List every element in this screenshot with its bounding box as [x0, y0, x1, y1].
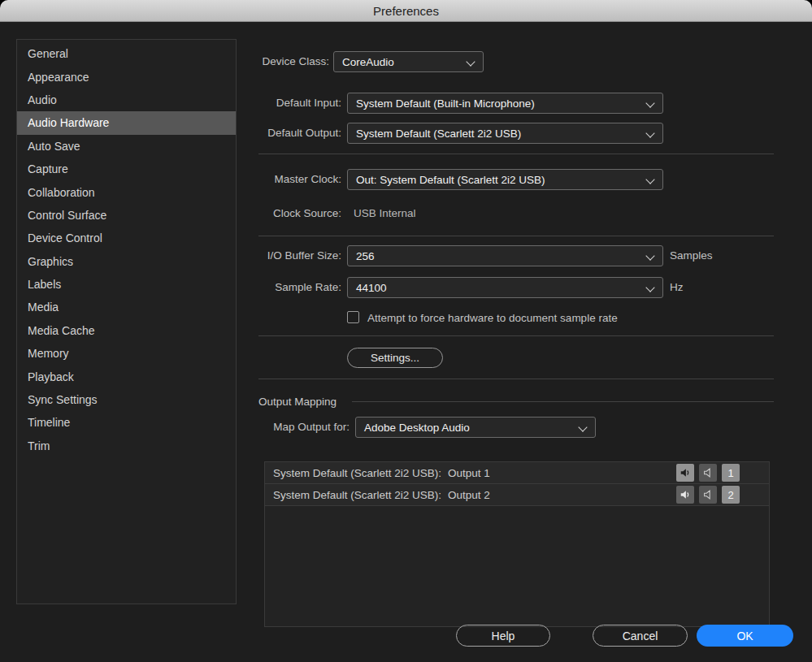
channel-badge[interactable]: 2	[722, 486, 740, 504]
titlebar[interactable]: Preferences	[0, 0, 812, 22]
sample-rate-unit: Hz	[670, 281, 684, 293]
mapping-output-label: Output 2	[448, 489, 490, 501]
map-output-for-select[interactable]: Adobe Desktop Audio	[355, 417, 596, 438]
channel-badge[interactable]: 1	[722, 464, 740, 482]
io-buffer-unit: Samples	[670, 249, 713, 262]
chevron-down-icon	[645, 128, 654, 137]
device-class-select[interactable]: CoreAudio	[333, 51, 484, 72]
default-output-label: Default Output:	[228, 127, 341, 139]
sidebar-item-appearance[interactable]: Appearance	[17, 65, 236, 88]
sidebar-item-trim[interactable]: Trim	[17, 435, 236, 457]
output-mapping-box: System Default (Scarlett 2i2 USB): Outpu…	[264, 461, 770, 627]
default-output-value: System Default (Scarlett 2i2 USB)	[356, 128, 521, 140]
divider	[258, 154, 774, 154]
sidebar-item-sync-settings[interactable]: Sync Settings	[17, 388, 236, 411]
io-buffer-value: 256	[356, 250, 375, 262]
chevron-down-icon	[645, 98, 654, 107]
default-input-label: Default Input:	[228, 97, 341, 109]
sidebar-item-device-control[interactable]: Device Control	[17, 227, 236, 249]
settings-button[interactable]: Settings...	[347, 348, 443, 368]
chevron-down-icon	[645, 175, 654, 184]
master-clock-value: Out: System Default (Scarlett 2i2 USB)	[356, 174, 545, 186]
help-button[interactable]: Help	[456, 625, 550, 647]
speaker-icon[interactable]	[676, 486, 694, 504]
divider	[258, 335, 774, 336]
sidebar-item-memory[interactable]: Memory	[17, 342, 236, 365]
sidebar-item-playback[interactable]: Playback	[17, 365, 236, 387]
sidebar-item-capture[interactable]: Capture	[17, 158, 236, 180]
io-buffer-label: I/O Buffer Size:	[228, 249, 341, 262]
sidebar-item-media-cache[interactable]: Media Cache	[17, 319, 236, 342]
ok-button[interactable]: OK	[697, 625, 793, 647]
device-class-label: Device Class:	[219, 55, 329, 67]
speaker-outline-icon[interactable]	[699, 486, 717, 504]
divider	[258, 236, 774, 236]
master-clock-select[interactable]: Out: System Default (Scarlett 2i2 USB)	[347, 169, 663, 190]
map-output-for-label: Map Output for:	[236, 421, 350, 433]
sample-rate-select[interactable]: 44100	[347, 277, 663, 298]
sidebar: General Appearance Audio Audio Hardware …	[16, 39, 237, 604]
sidebar-item-general[interactable]: General	[17, 42, 236, 65]
clock-source-label: Clock Source:	[228, 207, 341, 219]
speaker-outline-icon[interactable]	[699, 464, 717, 482]
default-input-select[interactable]: System Default (Built-in Microphone)	[347, 93, 663, 114]
sidebar-item-graphics[interactable]: Graphics	[17, 250, 236, 273]
cancel-button[interactable]: Cancel	[593, 625, 688, 647]
window-title: Preferences	[373, 4, 439, 18]
default-output-select[interactable]: System Default (Scarlett 2i2 USB)	[347, 123, 663, 144]
clock-source-value: USB Internal	[354, 207, 416, 219]
speaker-icon[interactable]	[676, 464, 694, 482]
mapping-device-label: System Default (Scarlett 2i2 USB):	[273, 489, 441, 501]
chevron-down-icon	[645, 251, 654, 260]
device-class-value: CoreAudio	[342, 56, 394, 68]
output-mapping-row: System Default (Scarlett 2i2 USB): Outpu…	[265, 462, 769, 484]
chevron-down-icon	[466, 57, 475, 66]
output-mapping-title: Output Mapping	[258, 396, 337, 408]
sidebar-item-collaboration[interactable]: Collaboration	[17, 180, 236, 203]
mapping-device-label: System Default (Scarlett 2i2 USB):	[273, 467, 441, 479]
preferences-window: Preferences General Appearance Audio Aud…	[0, 0, 812, 662]
sidebar-item-timeline[interactable]: Timeline	[17, 411, 236, 434]
sample-rate-label: Sample Rate:	[228, 281, 341, 293]
chevron-down-icon	[578, 422, 587, 431]
sidebar-item-control-surface[interactable]: Control Surface	[17, 204, 236, 227]
chevron-down-icon	[645, 283, 654, 292]
sidebar-item-media[interactable]: Media	[17, 296, 236, 318]
io-buffer-select[interactable]: 256	[347, 245, 663, 266]
force-sample-rate-label: Attempt to force hardware to document sa…	[367, 312, 618, 324]
mapping-output-label: Output 1	[448, 467, 490, 479]
divider	[352, 401, 774, 402]
map-output-for-value: Adobe Desktop Audio	[364, 422, 470, 434]
sidebar-item-audio[interactable]: Audio	[17, 89, 236, 111]
output-mapping-row: System Default (Scarlett 2i2 USB): Outpu…	[265, 484, 769, 506]
force-sample-rate-checkbox[interactable]	[347, 311, 359, 323]
master-clock-label: Master Clock:	[228, 173, 341, 185]
sidebar-item-auto-save[interactable]: Auto Save	[17, 135, 236, 158]
sidebar-item-audio-hardware[interactable]: Audio Hardware	[17, 111, 236, 134]
divider	[258, 379, 774, 379]
default-input-value: System Default (Built-in Microphone)	[356, 97, 535, 110]
sample-rate-value: 44100	[356, 282, 387, 294]
sidebar-item-labels[interactable]: Labels	[17, 273, 236, 296]
